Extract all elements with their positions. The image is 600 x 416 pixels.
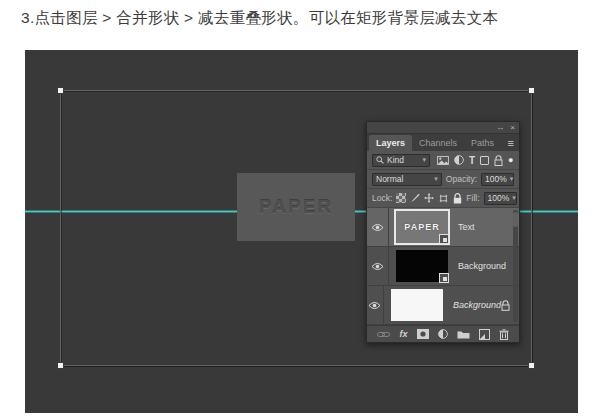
- tab-layers[interactable]: Layers: [369, 135, 412, 151]
- layer-name: Background: [453, 300, 501, 310]
- eye-icon: [371, 262, 384, 271]
- filter-toggle-icon[interactable]: ●: [508, 155, 513, 165]
- tab-channels[interactable]: Channels: [412, 135, 464, 151]
- fill-label: Fill:: [466, 193, 479, 203]
- smart-object-badge-icon: [439, 273, 449, 283]
- kind-filter-label: Kind: [387, 155, 404, 165]
- delete-layer-trash-icon[interactable]: [499, 329, 509, 340]
- opacity-dropdown[interactable]: 100% ▾: [481, 173, 514, 186]
- link-layers-icon[interactable]: [377, 331, 390, 338]
- new-group-folder-icon[interactable]: [457, 330, 470, 339]
- lock-row: Lock: Fill: 100% ▾: [367, 189, 519, 208]
- page-title: 3.点击图层 > 合并形状 > 减去重叠形状。可以在矩形背景层减去文本: [21, 8, 498, 29]
- transform-handle-bottom-left[interactable]: [57, 362, 64, 369]
- layers-panel: ↔ × Layers Channels Paths ≡ Kind ▾ T: [366, 121, 520, 343]
- transform-handle-bottom-right[interactable]: [528, 362, 535, 369]
- panel-tabs: Layers Channels Paths ≡: [367, 134, 519, 151]
- layer-thumbnail-text[interactable]: PAPER: [396, 211, 448, 243]
- tab-paths[interactable]: Paths: [464, 135, 501, 151]
- collapse-panel-icon[interactable]: ↔: [496, 124, 504, 132]
- visibility-toggle[interactable]: [367, 247, 389, 285]
- lock-artboard-icon[interactable]: [438, 194, 449, 203]
- filter-pixel-layers-icon[interactable]: [437, 156, 449, 165]
- layer-row-background-black[interactable]: Background: [367, 247, 519, 286]
- transform-handle-top-right[interactable]: [528, 87, 535, 94]
- visibility-toggle[interactable]: [367, 286, 384, 324]
- kind-filter-dropdown[interactable]: Kind ▾: [372, 154, 430, 167]
- chevron-down-icon: ▾: [510, 175, 514, 183]
- layer-list: PAPER Text Background Backgr: [367, 208, 519, 325]
- adjustment-layer-icon[interactable]: [438, 329, 448, 339]
- eye-icon: [371, 223, 384, 232]
- opacity-value: 100%: [485, 174, 507, 184]
- chevron-down-icon: ▾: [512, 194, 516, 202]
- layer-styles-icon[interactable]: fx: [399, 329, 407, 339]
- filter-row: Kind ▾ T ●: [367, 151, 519, 170]
- scrollbar-thumb[interactable]: [513, 212, 518, 227]
- layer-thumbnail-black[interactable]: [396, 250, 448, 282]
- layer-lock-icon: [501, 300, 510, 311]
- layer-name: Background: [458, 261, 506, 271]
- panel-scrollbar[interactable]: [513, 210, 518, 322]
- close-panel-icon[interactable]: ×: [510, 124, 515, 132]
- lock-label: Lock:: [372, 193, 392, 203]
- opacity-label: Opacity:: [446, 174, 477, 184]
- panel-bottom-bar: fx: [367, 325, 519, 342]
- transform-handle-top-left[interactable]: [57, 87, 64, 94]
- blend-mode-value: Normal: [376, 174, 403, 184]
- filter-adjustment-layers-icon[interactable]: [454, 155, 464, 165]
- layer-row-background-locked[interactable]: Background: [367, 286, 519, 325]
- lock-all-icon[interactable]: [453, 193, 462, 204]
- layer-name: Text: [458, 222, 475, 232]
- search-icon: [376, 156, 384, 164]
- fill-dropdown[interactable]: 100% ▾: [484, 192, 517, 205]
- chevron-down-icon: ▾: [422, 156, 426, 164]
- new-layer-icon[interactable]: [479, 329, 490, 340]
- lock-transparency-icon[interactable]: [396, 193, 406, 203]
- blend-mode-dropdown[interactable]: Normal ▾: [372, 173, 442, 186]
- filter-type-layers-icon[interactable]: T: [469, 155, 475, 166]
- fill-value: 100%: [488, 193, 510, 203]
- blend-row: Normal ▾ Opacity: 100% ▾: [367, 170, 519, 189]
- chevron-down-icon: ▾: [434, 175, 438, 183]
- lock-pixels-brush-icon[interactable]: [410, 193, 420, 203]
- panel-titlebar: ↔ ×: [367, 122, 519, 134]
- lock-position-move-icon[interactable]: [424, 193, 434, 203]
- filter-smart-objects-icon[interactable]: [494, 155, 503, 166]
- filter-shape-layers-icon[interactable]: [480, 156, 489, 165]
- visibility-toggle[interactable]: [367, 208, 389, 246]
- layer-thumbnail-white[interactable]: [391, 289, 443, 321]
- eye-icon: [368, 301, 381, 310]
- smart-object-badge-icon: [439, 234, 449, 244]
- add-layer-mask-icon[interactable]: [417, 329, 429, 339]
- panel-menu-icon[interactable]: ≡: [505, 138, 517, 151]
- layer-row-text[interactable]: PAPER Text: [367, 208, 519, 247]
